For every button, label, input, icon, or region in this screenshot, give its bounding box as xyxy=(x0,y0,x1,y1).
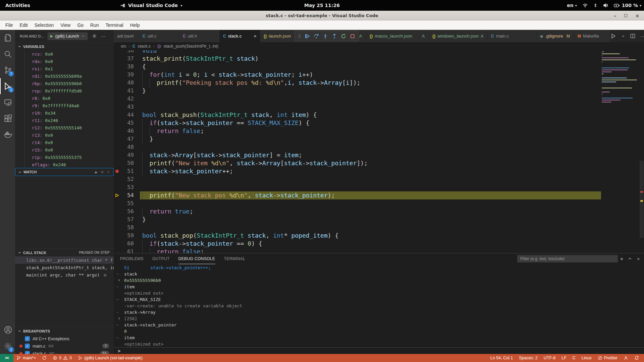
code-line[interactable]: 54 printf("New stack pos %d\n", stack->s… xyxy=(114,191,644,199)
menu-selection[interactable]: Selection xyxy=(31,21,57,29)
gutter[interactable] xyxy=(114,127,120,135)
tab-Makefile[interactable]: MMakefile xyxy=(574,30,610,42)
stack-frame-row[interactable]: libc.so.6!__printf(const char * f xyxy=(15,256,114,264)
sidebar-item-source-control[interactable]: 7 xyxy=(0,62,15,78)
code-line[interactable]: 46 return false; xyxy=(114,127,644,135)
close-tab-icon[interactable]: × xyxy=(254,33,257,39)
variable-row[interactable]: eflags:0x246 xyxy=(15,161,114,168)
variable-row[interactable]: rdi:0x55555555609a xyxy=(15,72,114,80)
feedback-button[interactable] xyxy=(621,354,631,362)
stop-icon[interactable] xyxy=(350,34,355,39)
stack-frame-row[interactable]: stack_push(StackIntPtr_t stack, in xyxy=(15,264,114,271)
filter-icon[interactable]: ≡ xyxy=(621,256,623,261)
gutter[interactable] xyxy=(114,119,120,127)
activities-button[interactable]: Activities xyxy=(0,0,36,11)
gutter[interactable] xyxy=(114,191,120,199)
gutter[interactable] xyxy=(114,151,120,159)
gutter[interactable] xyxy=(114,55,120,63)
code-line[interactable]: 38{ xyxy=(114,63,644,71)
code-line[interactable]: 50 printf("New item %d\n", stack->Array[… xyxy=(114,159,644,167)
variable-row[interactable]: r10:0x34 xyxy=(15,109,114,117)
gutter[interactable] xyxy=(114,159,120,167)
code-line[interactable]: 59bool stack_pop(StackIntPtr_t stack, in… xyxy=(114,232,644,240)
watch-section-header[interactable]: WATCH + ⊘ ≡ xyxy=(15,168,114,176)
app-menu[interactable]: Visual Studio Code ▾ xyxy=(118,0,185,11)
prettier-status[interactable]: Prettier xyxy=(595,354,621,362)
gutter[interactable] xyxy=(114,199,120,207)
code-line[interactable]: 44bool stack_push(StackIntPtr_t stack, i… xyxy=(114,111,644,119)
continue-icon[interactable] xyxy=(305,34,310,39)
gutter[interactable] xyxy=(114,95,120,103)
keyboard-layout[interactable]: en▾ xyxy=(567,3,577,8)
checkbox[interactable]: ✓ xyxy=(25,351,30,354)
account-button[interactable] xyxy=(0,322,15,338)
sidebar-item-run-and-debug[interactable]: 1 xyxy=(0,78,15,94)
debug-settings-gear-icon[interactable] xyxy=(92,34,97,39)
variable-row[interactable]: rsp:0x7fffffffd5d0 xyxy=(15,87,114,95)
gutter[interactable] xyxy=(114,87,120,95)
code-line[interactable]: 61 return false; xyxy=(114,248,644,253)
breadcrumb-item[interactable]: stack.c xyxy=(138,44,151,49)
code-line[interactable]: 53 xyxy=(114,183,644,191)
variable-row[interactable]: r15:0x0 xyxy=(15,146,114,154)
code-line[interactable]: 42 xyxy=(114,95,644,103)
expand-chevron-icon[interactable] xyxy=(117,316,121,320)
call-stack-section-header[interactable]: CALL STACK PAUSED ON STEP xyxy=(15,248,114,256)
run-file-button[interactable] xyxy=(610,33,616,39)
variable-row[interactable]: rdx:0x0 xyxy=(15,58,114,65)
gutter[interactable] xyxy=(114,143,120,151)
menu-edit[interactable]: Edit xyxy=(16,21,31,29)
maximize-panel-icon[interactable] xyxy=(628,257,632,261)
step-over-icon[interactable] xyxy=(314,34,319,39)
encoding[interactable]: UTF-8 xyxy=(541,354,558,362)
clock[interactable]: May 25 11:26 xyxy=(304,0,340,11)
restart-icon[interactable] xyxy=(341,34,346,39)
variable-row[interactable]: r12:0x555555555140 xyxy=(15,124,114,131)
checkbox[interactable]: ✓ xyxy=(25,336,30,341)
sidebar-item-remote-explorer[interactable] xyxy=(0,94,15,110)
sidebar-item-search[interactable] xyxy=(0,46,15,62)
code-editor[interactable]: 36void37stack_print(StackIntPtr_t stack)… xyxy=(114,50,644,253)
stack-frame-row[interactable]: main(int argc, char ** argv)m xyxy=(15,271,114,279)
variable-row[interactable]: r13:0x0 xyxy=(15,131,114,139)
breakpoint-row[interactable]: ✓main.csrc7 xyxy=(15,342,114,350)
panel-tab-problems[interactable]: PROBLEMS xyxy=(120,253,144,264)
remote-indicator[interactable]: >< xyxy=(0,354,13,362)
add-expression-button[interactable]: + xyxy=(95,169,98,175)
variable-row[interactable]: r8:0x0 xyxy=(15,95,114,102)
maximize-button[interactable] xyxy=(624,14,627,17)
breadcrumb-item[interactable]: src xyxy=(121,44,126,49)
indentation[interactable]: Spaces: 2 xyxy=(516,354,541,362)
launch-config-dropdown[interactable]: ▶ (gdb) Launch xyxy=(47,32,88,40)
variable-row[interactable]: rsi:0x1 xyxy=(15,65,114,72)
volume-icon[interactable] xyxy=(603,3,608,8)
gutter[interactable] xyxy=(114,240,120,248)
sync-status[interactable] xyxy=(39,354,50,362)
code-line[interactable]: 47 } xyxy=(114,135,644,143)
variable-row[interactable]: r11:0x246 xyxy=(15,117,114,124)
tab-macos-launch.json[interactable]: {}macos_launch.jsonA xyxy=(366,30,429,42)
tab-util.c[interactable]: Cutil.c xyxy=(139,30,179,42)
breakpoint-row[interactable]: ✓All C++ Exceptions xyxy=(15,335,114,342)
breakpoint-gutter[interactable] xyxy=(114,167,120,175)
code-line[interactable]: 55 xyxy=(114,199,644,207)
sidebar-item-docker[interactable] xyxy=(0,126,15,142)
notifications-button[interactable] xyxy=(631,354,642,362)
console-prompt[interactable]: > xyxy=(114,347,644,354)
bluetooth-icon[interactable] xyxy=(593,3,597,8)
more-actions-icon[interactable]: ··· xyxy=(641,34,644,39)
start-debug-icon[interactable]: ▶ xyxy=(50,34,53,38)
cursor-position[interactable]: Ln 54, Col 1 xyxy=(487,354,516,362)
console-filter-input[interactable]: Filter (e.g. text, !exclude) xyxy=(517,255,618,262)
split-editor-icon[interactable] xyxy=(630,34,635,39)
console-output-row[interactable]: 0x5555555596b0 xyxy=(114,277,644,284)
tab-util.h[interactable]: Cutil.h xyxy=(179,30,220,42)
sidebar-item-extensions[interactable] xyxy=(0,110,15,126)
close-button[interactable]: × xyxy=(635,13,639,18)
code-line[interactable]: 41} xyxy=(114,87,644,95)
code-line[interactable]: 57} xyxy=(114,216,644,224)
menu-file[interactable]: File xyxy=(2,21,16,29)
gutter[interactable] xyxy=(114,183,120,191)
code-line[interactable]: 40 printf("Peeking stack pos %d: %d\n",i… xyxy=(114,79,644,87)
tab-adt.bash[interactable]: adt.bash xyxy=(114,30,139,42)
